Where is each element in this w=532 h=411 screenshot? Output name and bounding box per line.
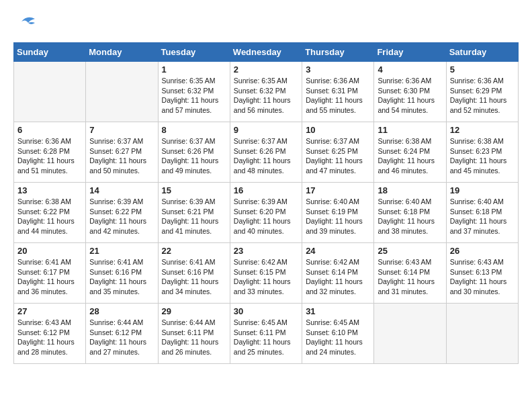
calendar-cell: 28Sunrise: 6:44 AMSunset: 6:12 PMDayligh…: [86, 304, 158, 364]
day-number: 18: [378, 185, 442, 195]
calendar-cell: 24Sunrise: 6:42 AMSunset: 6:14 PMDayligh…: [302, 243, 374, 304]
calendar-cell: 18Sunrise: 6:40 AMSunset: 6:18 PMDayligh…: [374, 183, 446, 243]
cell-info: Sunrise: 6:37 AMSunset: 6:25 PMDaylight:…: [306, 136, 370, 176]
cell-info: Sunrise: 6:39 AMSunset: 6:21 PMDaylight:…: [162, 197, 226, 236]
cell-info: Sunrise: 6:37 AMSunset: 6:26 PMDaylight:…: [162, 136, 226, 176]
day-number: 10: [306, 125, 370, 135]
calendar-cell: 3Sunrise: 6:36 AMSunset: 6:31 PMDaylight…: [302, 62, 374, 122]
calendar-cell: 25Sunrise: 6:43 AMSunset: 6:14 PMDayligh…: [374, 243, 446, 304]
cell-info: Sunrise: 6:43 AMSunset: 6:14 PMDaylight:…: [378, 257, 442, 297]
calendar-cell: 6Sunrise: 6:36 AMSunset: 6:28 PMDaylight…: [14, 122, 86, 183]
cell-info: Sunrise: 6:42 AMSunset: 6:14 PMDaylight:…: [306, 257, 370, 297]
day-number: 17: [306, 185, 370, 195]
cell-info: Sunrise: 6:45 AMSunset: 6:10 PMDaylight:…: [306, 318, 370, 357]
calendar-cell: 10Sunrise: 6:37 AMSunset: 6:25 PMDayligh…: [302, 122, 374, 183]
calendar-cell: 17Sunrise: 6:40 AMSunset: 6:19 PMDayligh…: [302, 183, 374, 243]
header-thursday: Thursday: [302, 43, 374, 62]
calendar-cell: 7Sunrise: 6:37 AMSunset: 6:27 PMDaylight…: [86, 122, 158, 183]
day-number: 25: [378, 246, 442, 256]
calendar-cell: 19Sunrise: 6:40 AMSunset: 6:18 PMDayligh…: [446, 183, 518, 243]
day-number: 9: [234, 125, 298, 135]
calendar-week-4: 20Sunrise: 6:41 AMSunset: 6:17 PMDayligh…: [14, 243, 519, 304]
calendar-week-2: 6Sunrise: 6:36 AMSunset: 6:28 PMDaylight…: [14, 122, 519, 183]
calendar-week-5: 27Sunrise: 6:43 AMSunset: 6:12 PMDayligh…: [14, 304, 519, 364]
cell-info: Sunrise: 6:41 AMSunset: 6:16 PMDaylight:…: [162, 257, 226, 297]
calendar-table: SundayMondayTuesdayWednesdayThursdayFrid…: [13, 42, 519, 364]
day-number: 28: [89, 306, 154, 316]
day-number: 8: [162, 125, 226, 135]
calendar-cell: [14, 62, 86, 122]
calendar-cell: 9Sunrise: 6:37 AMSunset: 6:26 PMDaylight…: [230, 122, 302, 183]
cell-info: Sunrise: 6:35 AMSunset: 6:32 PMDaylight:…: [162, 76, 226, 116]
day-number: 1: [162, 64, 226, 75]
day-number: 20: [17, 246, 82, 256]
calendar-cell: [86, 62, 158, 122]
calendar-cell: 20Sunrise: 6:41 AMSunset: 6:17 PMDayligh…: [14, 243, 86, 304]
day-number: 27: [17, 306, 82, 316]
calendar-cell: 1Sunrise: 6:35 AMSunset: 6:32 PMDaylight…: [158, 62, 230, 122]
day-number: 19: [450, 185, 515, 195]
cell-info: Sunrise: 6:40 AMSunset: 6:18 PMDaylight:…: [378, 197, 442, 236]
cell-info: Sunrise: 6:39 AMSunset: 6:22 PMDaylight:…: [89, 197, 154, 236]
cell-info: Sunrise: 6:41 AMSunset: 6:16 PMDaylight:…: [89, 257, 154, 297]
header-monday: Monday: [86, 43, 158, 62]
calendar-cell: 5Sunrise: 6:36 AMSunset: 6:29 PMDaylight…: [446, 62, 518, 122]
calendar-cell: 13Sunrise: 6:38 AMSunset: 6:22 PMDayligh…: [14, 183, 86, 243]
calendar-cell: 12Sunrise: 6:38 AMSunset: 6:23 PMDayligh…: [446, 122, 518, 183]
calendar-cell: [446, 304, 518, 364]
day-number: 23: [234, 246, 298, 256]
calendar-cell: 29Sunrise: 6:44 AMSunset: 6:11 PMDayligh…: [158, 304, 230, 364]
cell-info: Sunrise: 6:41 AMSunset: 6:17 PMDaylight:…: [17, 257, 82, 297]
day-number: 6: [17, 125, 82, 135]
calendar-cell: 8Sunrise: 6:37 AMSunset: 6:26 PMDaylight…: [158, 122, 230, 183]
cell-info: Sunrise: 6:37 AMSunset: 6:26 PMDaylight:…: [234, 136, 298, 176]
calendar-cell: 15Sunrise: 6:39 AMSunset: 6:21 PMDayligh…: [158, 183, 230, 243]
calendar-cell: 4Sunrise: 6:36 AMSunset: 6:30 PMDaylight…: [374, 62, 446, 122]
day-number: 13: [17, 185, 82, 195]
day-number: 29: [162, 306, 226, 316]
header-saturday: Saturday: [446, 43, 518, 62]
calendar-cell: 11Sunrise: 6:38 AMSunset: 6:24 PMDayligh…: [374, 122, 446, 183]
cell-info: Sunrise: 6:43 AMSunset: 6:12 PMDaylight:…: [17, 318, 82, 357]
calendar-cell: 16Sunrise: 6:39 AMSunset: 6:20 PMDayligh…: [230, 183, 302, 243]
logo-bird-icon: [15, 13, 38, 30]
cell-info: Sunrise: 6:35 AMSunset: 6:32 PMDaylight:…: [234, 76, 298, 116]
cell-info: Sunrise: 6:42 AMSunset: 6:15 PMDaylight:…: [234, 257, 298, 297]
calendar-cell: 23Sunrise: 6:42 AMSunset: 6:15 PMDayligh…: [230, 243, 302, 304]
page-header: [13, 13, 519, 36]
calendar-cell: 22Sunrise: 6:41 AMSunset: 6:16 PMDayligh…: [158, 243, 230, 304]
cell-info: Sunrise: 6:36 AMSunset: 6:31 PMDaylight:…: [306, 76, 370, 116]
cell-info: Sunrise: 6:38 AMSunset: 6:24 PMDaylight:…: [378, 136, 442, 176]
calendar-cell: [374, 304, 446, 364]
calendar-cell: 31Sunrise: 6:45 AMSunset: 6:10 PMDayligh…: [302, 304, 374, 364]
header-tuesday: Tuesday: [158, 43, 230, 62]
day-number: 30: [234, 306, 298, 316]
cell-info: Sunrise: 6:45 AMSunset: 6:11 PMDaylight:…: [234, 318, 298, 357]
calendar-week-3: 13Sunrise: 6:38 AMSunset: 6:22 PMDayligh…: [14, 183, 519, 243]
day-number: 31: [306, 306, 370, 316]
day-number: 5: [450, 64, 515, 75]
calendar-cell: 2Sunrise: 6:35 AMSunset: 6:32 PMDaylight…: [230, 62, 302, 122]
header-wednesday: Wednesday: [230, 43, 302, 62]
cell-info: Sunrise: 6:40 AMSunset: 6:18 PMDaylight:…: [450, 197, 515, 236]
calendar-cell: 30Sunrise: 6:45 AMSunset: 6:11 PMDayligh…: [230, 304, 302, 364]
header-sunday: Sunday: [14, 43, 86, 62]
logo: [13, 13, 38, 36]
day-number: 21: [89, 246, 154, 256]
day-number: 2: [234, 64, 298, 75]
cell-info: Sunrise: 6:36 AMSunset: 6:30 PMDaylight:…: [378, 76, 442, 116]
day-number: 16: [234, 185, 298, 195]
calendar-week-1: 1Sunrise: 6:35 AMSunset: 6:32 PMDaylight…: [14, 62, 519, 122]
cell-info: Sunrise: 6:40 AMSunset: 6:19 PMDaylight:…: [306, 197, 370, 236]
calendar-cell: 14Sunrise: 6:39 AMSunset: 6:22 PMDayligh…: [86, 183, 158, 243]
calendar-cell: 26Sunrise: 6:43 AMSunset: 6:13 PMDayligh…: [446, 243, 518, 304]
calendar-header-row: SundayMondayTuesdayWednesdayThursdayFrid…: [14, 43, 519, 62]
calendar-cell: 21Sunrise: 6:41 AMSunset: 6:16 PMDayligh…: [86, 243, 158, 304]
day-number: 3: [306, 64, 370, 75]
cell-info: Sunrise: 6:39 AMSunset: 6:20 PMDaylight:…: [234, 197, 298, 236]
day-number: 24: [306, 246, 370, 256]
cell-info: Sunrise: 6:44 AMSunset: 6:11 PMDaylight:…: [162, 318, 226, 357]
day-number: 14: [89, 185, 154, 195]
cell-info: Sunrise: 6:43 AMSunset: 6:13 PMDaylight:…: [450, 257, 515, 297]
cell-info: Sunrise: 6:37 AMSunset: 6:27 PMDaylight:…: [89, 136, 154, 176]
